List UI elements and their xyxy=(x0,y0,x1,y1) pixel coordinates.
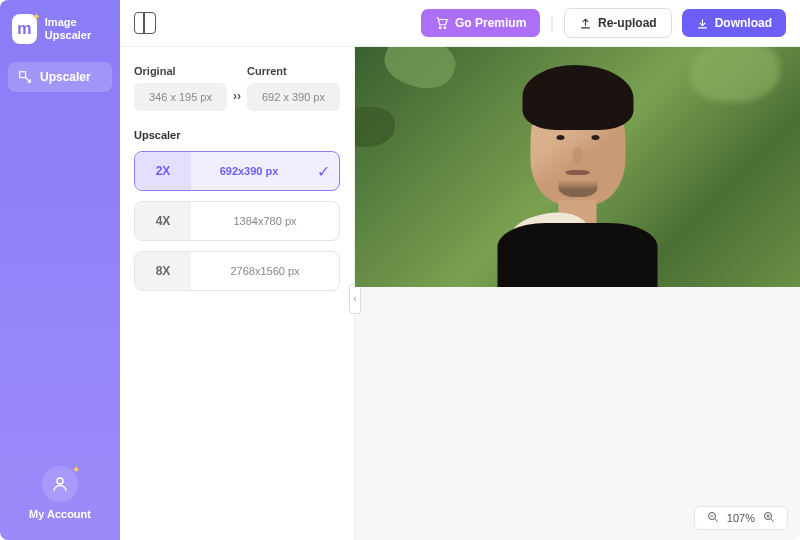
controls-panel: Original 346 x 195 px ›› Current 692 x 3… xyxy=(120,47,355,540)
option-dim: 692x390 px xyxy=(191,165,307,177)
svg-point-1 xyxy=(57,478,63,484)
scale-option-4x[interactable]: 4X 1384x780 px ✓ xyxy=(134,201,340,241)
option-dim: 2768x1560 px xyxy=(191,265,339,277)
panel-toggle-icon[interactable] xyxy=(134,12,156,34)
divider: | xyxy=(550,15,554,31)
download-button[interactable]: Download xyxy=(682,9,786,37)
svg-point-2 xyxy=(439,27,441,29)
avatar-icon xyxy=(42,466,78,502)
panel-resize-handle[interactable]: ‹ xyxy=(349,284,361,314)
sidebar-item-label: Upscaler xyxy=(40,70,91,84)
cart-icon xyxy=(435,16,449,30)
arrow-icon: ›› xyxy=(233,73,241,103)
original-dimensions: 346 x 195 px xyxy=(134,83,227,111)
sidebar: Image Upscaler Upscaler My Account xyxy=(0,0,120,540)
preview-image[interactable] xyxy=(355,47,800,287)
reupload-button[interactable]: Re-upload xyxy=(564,8,672,38)
upscaler-section-label: Upscaler xyxy=(134,129,340,141)
zoom-in-icon xyxy=(763,511,775,523)
app-name: Image Upscaler xyxy=(45,16,112,42)
svg-rect-0 xyxy=(20,72,26,78)
zoom-in-button[interactable] xyxy=(759,511,779,525)
preview-area: ‹ xyxy=(355,47,800,540)
zoom-control: 107% xyxy=(694,506,788,530)
svg-point-3 xyxy=(444,27,446,29)
sidebar-item-upscaler[interactable]: Upscaler xyxy=(8,62,112,92)
option-dim: 1384x780 px xyxy=(191,215,339,227)
zoom-value: 107% xyxy=(727,512,755,524)
zoom-out-button[interactable] xyxy=(703,511,723,525)
check-icon: ✓ xyxy=(307,162,339,181)
logo-icon xyxy=(12,14,37,44)
multiplier: 4X xyxy=(135,202,191,240)
download-icon xyxy=(696,17,709,30)
my-account[interactable]: My Account xyxy=(8,466,112,526)
zoom-out-icon xyxy=(707,511,719,523)
current-label: Current xyxy=(247,65,340,77)
upload-icon xyxy=(579,17,592,30)
upscaler-icon xyxy=(18,70,32,84)
topbar: Go Premium | Re-upload Download xyxy=(120,0,800,47)
scale-option-2x[interactable]: 2X 692x390 px ✓ xyxy=(134,151,340,191)
scale-option-8x[interactable]: 8X 2768x1560 px ✓ xyxy=(134,251,340,291)
account-label: My Account xyxy=(29,508,91,520)
current-dimensions: 692 x 390 px xyxy=(247,83,340,111)
multiplier: 2X xyxy=(135,152,191,190)
multiplier: 8X xyxy=(135,252,191,290)
go-premium-button[interactable]: Go Premium xyxy=(421,9,540,37)
original-label: Original xyxy=(134,65,227,77)
app-logo[interactable]: Image Upscaler xyxy=(8,14,112,44)
